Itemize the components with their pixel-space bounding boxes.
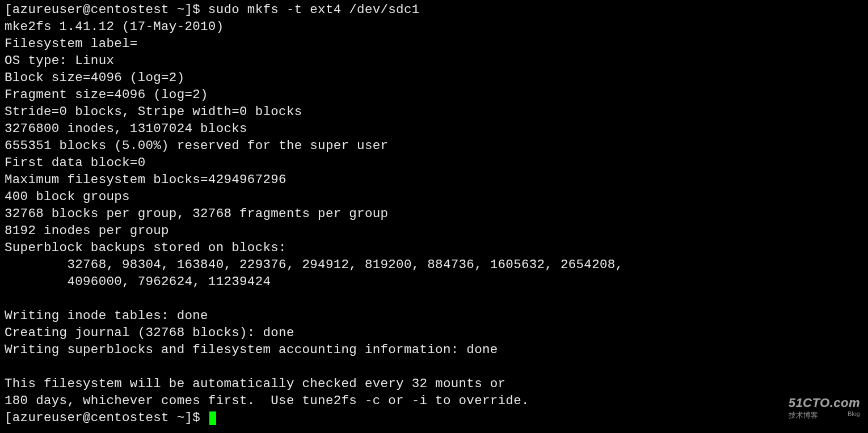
output-line: Block size=4096 (log=2) xyxy=(5,70,184,85)
output-line: Maximum filesystem blocks=4294967296 xyxy=(5,172,286,187)
shell-prompt: [azureuser@centostest ~]$ xyxy=(5,410,208,425)
output-line: Superblock backups stored on blocks: xyxy=(5,240,294,255)
output-line: OS type: Linux xyxy=(5,53,114,68)
output-line: 32768, 98304, 163840, 229376, 294912, 81… xyxy=(5,257,631,272)
output-line: 8192 inodes per group xyxy=(5,223,169,238)
output-line: This filesystem will be automatically ch… xyxy=(5,376,505,391)
output-line: 655351 blocks (5.00%) reserved for the s… xyxy=(5,138,388,153)
prompt-line-1: [azureuser@centostest ~]$ sudo mkfs -t e… xyxy=(5,2,420,17)
prompt-line-2[interactable]: [azureuser@centostest ~]$ xyxy=(5,410,216,425)
terminal-cursor-icon xyxy=(209,411,216,425)
entered-command: sudo mkfs -t ext4 /dev/sdc1 xyxy=(208,2,420,17)
output-line: Stride=0 blocks, Stripe width=0 blocks xyxy=(5,104,302,119)
output-line: Creating journal (32768 blocks): done xyxy=(5,325,294,340)
output-line: Fragment size=4096 (log=2) xyxy=(5,87,208,102)
output-line: Writing inode tables: done xyxy=(5,308,208,323)
output-line: 3276800 inodes, 13107024 blocks xyxy=(5,121,247,136)
shell-prompt: [azureuser@centostest ~]$ xyxy=(5,2,208,17)
output-line: 180 days, whichever comes first. Use tun… xyxy=(5,393,529,408)
output-line: 4096000, 7962624, 11239424 xyxy=(5,274,271,289)
output-line: Filesystem label= xyxy=(5,36,138,51)
output-line: mke2fs 1.41.12 (17-May-2010) xyxy=(5,19,224,34)
output-line: Writing superblocks and filesystem accou… xyxy=(5,342,498,357)
terminal-output[interactable]: [azureuser@centostest ~]$ sudo mkfs -t e… xyxy=(0,0,868,427)
output-line: 400 block groups xyxy=(5,189,130,204)
output-line: 32768 blocks per group, 32768 fragments … xyxy=(5,206,388,221)
output-line: First data block=0 xyxy=(5,155,145,170)
